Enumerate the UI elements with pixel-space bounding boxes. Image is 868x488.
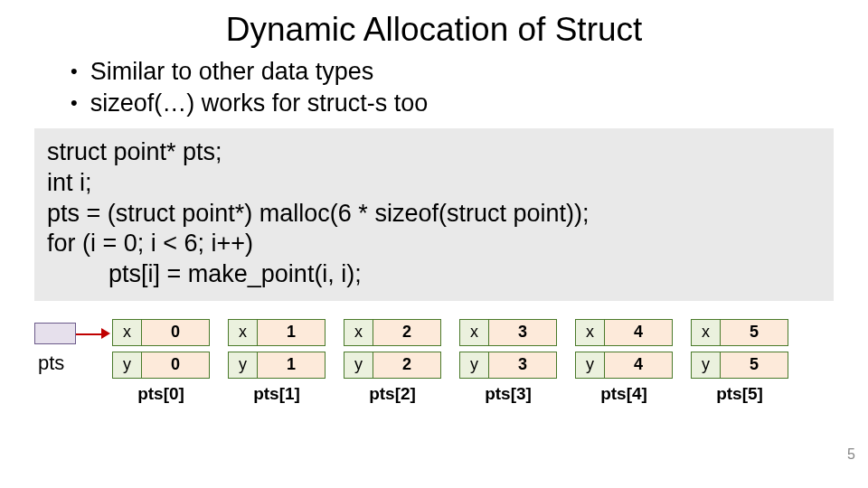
field-value: 5: [721, 320, 788, 345]
struct-caption: pts[0]: [112, 384, 210, 404]
field-value: 4: [605, 352, 672, 378]
struct-caption: pts[5]: [691, 384, 788, 404]
struct-caption: pts[3]: [459, 384, 557, 404]
struct-cell: x3 y3: [459, 319, 557, 384]
code-line: struct point* pts;: [47, 137, 821, 168]
field-value: 1: [258, 320, 325, 345]
arrow-head-icon: [101, 328, 110, 339]
field-label: x: [576, 320, 605, 345]
bullet-dot-icon: •: [71, 59, 78, 85]
struct-caption: pts[4]: [575, 384, 673, 404]
struct-cell: x1 y1: [228, 319, 326, 384]
field-label: x: [229, 320, 258, 345]
bullet-item: • sizeof(…) works for struct-s too: [71, 88, 868, 119]
field-label: y: [229, 352, 258, 378]
field-value: 3: [489, 320, 556, 345]
bullet-dot-icon: •: [71, 90, 78, 117]
code-line: pts = (struct point*) malloc(6 * sizeof(…: [47, 199, 821, 230]
field-label: x: [113, 320, 142, 345]
field-label: x: [692, 320, 721, 345]
field-label: y: [460, 352, 489, 378]
field-value: 1: [258, 352, 325, 378]
field-value: 4: [605, 320, 672, 345]
struct-cell: x4 y4: [575, 319, 673, 384]
arrow-icon: [76, 333, 103, 335]
pointer-label: pts: [38, 352, 64, 375]
code-line: int i;: [47, 168, 821, 199]
field-label: x: [460, 320, 489, 345]
struct-cell: x2 y2: [344, 319, 441, 384]
field-label: y: [692, 352, 721, 378]
bullet-list: • Similar to other data types • sizeof(……: [0, 56, 868, 119]
bullet-text: sizeof(…) works for struct-s too: [90, 88, 429, 119]
field-value: 2: [373, 320, 440, 345]
pointer-box: [34, 323, 76, 344]
field-label: y: [113, 352, 142, 378]
field-label: y: [576, 352, 605, 378]
code-line: pts[i] = make_point(i, i);: [47, 259, 821, 290]
field-value: 2: [373, 352, 440, 378]
field-label: y: [344, 352, 373, 378]
bullet-text: Similar to other data types: [90, 56, 374, 88]
field-value: 3: [489, 352, 556, 378]
field-value: 0: [142, 352, 209, 378]
code-line: for (i = 0; i < 6; i++): [47, 229, 821, 259]
struct-cell: x5 y5: [691, 319, 788, 384]
struct-caption: pts[2]: [344, 384, 441, 404]
slide-number: 5: [847, 446, 855, 463]
struct-caption: pts[1]: [228, 384, 326, 404]
bullet-item: • Similar to other data types: [71, 56, 868, 88]
field-value: 5: [721, 352, 788, 378]
memory-diagram: pts x0 y0 pts[0] x1 y1 pts[1] x2 y2 pts[…: [0, 315, 868, 433]
code-block: struct point* pts; int i; pts = (struct …: [34, 128, 834, 301]
slide-title: Dynamic Allocation of Struct: [0, 0, 868, 56]
struct-cell: x0 y0: [112, 319, 210, 384]
field-value: 0: [142, 320, 209, 345]
field-label: x: [344, 320, 373, 345]
